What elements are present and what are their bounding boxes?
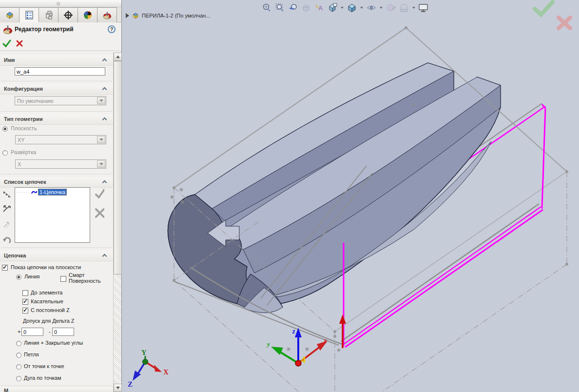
origin-y-label: y <box>266 340 270 348</box>
zoom-area-button[interactable] <box>274 2 285 13</box>
tangents-checkbox[interactable] <box>22 299 28 305</box>
ref-y-label: Y <box>141 349 147 356</box>
edit-appearance-button[interactable] <box>386 2 396 13</box>
point-to-point-radio[interactable] <box>16 364 21 370</box>
dropdown-arrow-icon[interactable] <box>97 160 105 168</box>
display-style-dropdown[interactable] <box>360 2 364 13</box>
target-crosshair-icon <box>63 10 73 20</box>
reorder-chains-button[interactable] <box>1 188 12 199</box>
part-icon <box>5 10 15 20</box>
tab-geometry-editor-addin[interactable] <box>97 7 117 22</box>
collapse-chevron-icon[interactable] <box>102 59 107 63</box>
monitor-icon <box>418 3 429 13</box>
model-view: z y x 4 Y X Z <box>122 0 579 392</box>
addin-tool-icon <box>102 10 112 20</box>
apply-scene-button[interactable] <box>399 2 409 13</box>
delta-z-plus-input[interactable] <box>21 328 43 336</box>
divider <box>1 386 112 387</box>
annotation-views-icon: A <box>314 3 324 13</box>
apply-scene-icon <box>399 3 409 13</box>
heads-up-toolbar: A <box>261 2 429 13</box>
help-button[interactable]: ? <box>108 25 116 33</box>
ok-button[interactable] <box>2 39 12 48</box>
collapse-chevron-icon[interactable] <box>102 254 107 259</box>
scroll-up-button[interactable] <box>114 53 122 61</box>
panel-scrollbar[interactable] <box>113 53 121 392</box>
zoom-fit-button[interactable] <box>261 2 272 13</box>
divider <box>1 81 112 82</box>
edit-appearance-icon <box>386 3 396 13</box>
line-mode-radio[interactable] <box>16 274 21 280</box>
section-header-chain[interactable]: Цепочка <box>0 251 113 261</box>
view-orientation-button[interactable] <box>327 2 338 13</box>
section-header-partial[interactable]: М <box>0 388 113 392</box>
dropdown-arrow-icon[interactable] <box>97 97 105 104</box>
expand-arrow-icon[interactable] <box>126 13 129 18</box>
zoom-fit-icon <box>262 3 271 13</box>
to-element-checkbox[interactable] <box>22 290 28 296</box>
panel-splitter[interactable] <box>0 0 121 7</box>
scrollbar-thumb[interactable] <box>114 61 122 274</box>
plane-radio[interactable] <box>2 126 8 132</box>
section-header-configuration[interactable]: Конфигурация <box>0 84 113 95</box>
name-input[interactable] <box>15 67 105 76</box>
divider <box>0 51 121 52</box>
tab-dimxpert[interactable] <box>58 7 78 22</box>
origin-z-label: z <box>292 328 295 335</box>
smart-surface-checkbox[interactable] <box>60 276 66 282</box>
show-chain-checkbox[interactable] <box>2 265 8 271</box>
coordinate-system-number: 4 <box>301 355 306 365</box>
chain-list-item[interactable]: ······· 1-Цепочка <box>15 188 90 195</box>
section-view-icon <box>301 3 311 13</box>
unfold-axis-dropdown[interactable]: X <box>15 159 106 169</box>
collapse-chevron-icon[interactable] <box>102 118 107 122</box>
tab-feature-manager[interactable] <box>0 7 19 22</box>
accept-chain-button[interactable] <box>94 188 104 199</box>
unfold-radio[interactable] <box>2 150 8 156</box>
view-settings-button[interactable] <box>418 2 429 13</box>
split-chain-button[interactable] <box>1 203 12 214</box>
tab-appearances[interactable] <box>78 7 97 22</box>
previous-view-icon <box>288 3 298 13</box>
panel-title: Редактор геометрий <box>15 26 74 33</box>
delta-z-minus-input[interactable] <box>52 328 74 336</box>
section-header-name[interactable]: Имя <box>0 55 113 66</box>
collapse-chevron-icon[interactable] <box>102 180 107 185</box>
section-view-button[interactable] <box>301 2 311 13</box>
arc-by-points-radio[interactable] <box>16 376 21 381</box>
section-header-geometry-type[interactable]: Тип геометрии <box>0 114 113 125</box>
tab-property-manager[interactable] <box>19 7 39 22</box>
configuration-tree-icon <box>44 10 54 20</box>
scroll-down-button[interactable] <box>114 384 122 392</box>
apply-scene-dropdown[interactable] <box>412 2 416 13</box>
origin-x-label: x <box>323 337 327 344</box>
view-orientation-dropdown[interactable] <box>340 2 344 13</box>
splitter-handle-icon <box>57 2 60 5</box>
graphics-viewport[interactable]: z y x 4 Y X Z <box>122 0 579 392</box>
annotation-views-button[interactable]: A <box>314 2 325 13</box>
hide-show-items-button[interactable] <box>366 2 377 13</box>
section-header-chain-list[interactable]: Список цепочек <box>0 177 113 188</box>
display-style-icon <box>347 3 357 13</box>
hide-show-dropdown[interactable] <box>379 2 383 13</box>
panel-header: Редактор геометрий ? <box>0 22 121 37</box>
delete-chain-button[interactable] <box>94 208 104 218</box>
loop-radio[interactable] <box>16 353 21 358</box>
property-manager-panel: Редактор геометрий ? Имя Конфигурация <box>0 0 122 392</box>
configuration-dropdown[interactable]: По умолчанию <box>15 96 106 105</box>
feature-tree-flyout[interactable]: ПЕРИЛА-1-2 (По умолчан... <box>126 12 211 20</box>
chain-listbox[interactable]: ······· 1-Цепочка <box>15 187 90 243</box>
chain-curve-icon <box>31 189 38 195</box>
redirect-chain-button[interactable] <box>1 219 12 230</box>
previous-view-button[interactable] <box>288 2 298 13</box>
line-closed-corners-radio[interactable] <box>16 341 21 346</box>
collapse-chevron-icon[interactable] <box>102 87 107 92</box>
undo-chain-button[interactable] <box>1 235 12 246</box>
plane-axis-dropdown[interactable]: XY <box>15 135 106 144</box>
constant-z-checkbox[interactable] <box>22 308 28 314</box>
display-style-button[interactable] <box>347 2 357 13</box>
divider <box>1 248 112 249</box>
cancel-button[interactable] <box>15 39 24 48</box>
tab-configuration-manager[interactable] <box>39 7 58 22</box>
dropdown-arrow-icon[interactable] <box>97 136 105 143</box>
